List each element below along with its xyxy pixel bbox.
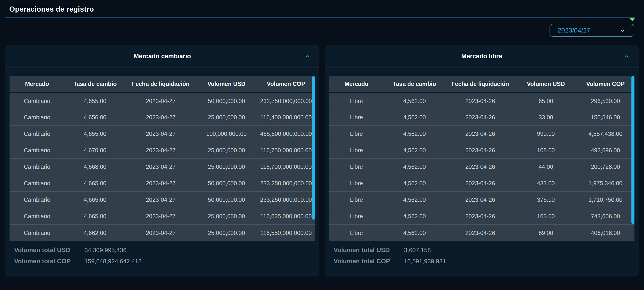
table-cell: 4,562.00	[384, 109, 445, 126]
table-cell: 465,500,000,000.00	[257, 126, 315, 142]
table-row: Cambiario4,670.002023-04-2725,000,000.00…	[10, 142, 315, 158]
total-cop-label: Volumen total COP	[334, 258, 404, 265]
operations-table-libre: MercadoTasa de cambioFecha de liquidació…	[329, 76, 634, 241]
section-divider	[5, 17, 635, 18]
table-cell: Libre	[329, 158, 384, 175]
table-scroll-area-libre[interactable]: MercadoTasa de cambioFecha de liquidació…	[329, 76, 634, 243]
page-title: Operaciones de registro	[0, 0, 644, 13]
table-cell: 4,665.00	[64, 192, 126, 208]
table-cell: 2023-04-26	[445, 126, 515, 142]
table-cell: Libre	[329, 142, 384, 158]
column-header: Tasa de cambio	[64, 76, 126, 93]
table-cell: Libre	[329, 192, 384, 208]
table-cell: 2023-04-26	[445, 225, 515, 241]
table-row: Libre4,562.002023-04-2689.00406,018.00	[329, 225, 634, 241]
table-cell: 406,018.00	[576, 225, 635, 241]
column-header: Tasa de cambio	[384, 76, 445, 93]
panel-mercado-libre: Mercado libre MercadoTasa de cambioFecha…	[325, 45, 639, 277]
table-row: Libre4,562.002023-04-26999.004,557,438.0…	[329, 126, 634, 142]
table-scroll-area-cambiario[interactable]: MercadoTasa de cambioFecha de liquidació…	[10, 76, 315, 243]
total-cop-line: Volumen total COP 159,648,924,642,418	[14, 258, 310, 265]
total-cop-value: 16,591,939,931	[404, 258, 446, 265]
table-cell: 4,655.00	[64, 93, 126, 109]
table-cell: 296,530.00	[576, 93, 635, 109]
table-cell: 2023-04-26	[445, 109, 515, 126]
table-cell: Libre	[329, 109, 384, 126]
column-header: Volumen USD	[515, 76, 576, 93]
column-header: Volumen COP	[576, 76, 635, 93]
panel-header-mercado-libre[interactable]: Mercado libre	[325, 45, 639, 68]
table-cell: 150,546.00	[576, 109, 635, 126]
panel-header-mercado-cambiario[interactable]: Mercado cambiario	[5, 45, 319, 68]
table-cell: 4,557,438.00	[576, 126, 635, 142]
panel-header-divider	[5, 68, 319, 68]
table-cell: Cambiario	[10, 93, 64, 109]
toolbar: 2023/04/27	[0, 18, 644, 37]
total-usd-line: Volumen total USD 3,607,158	[334, 247, 630, 254]
table-cell: 1,975,346.00	[576, 175, 635, 192]
column-header: Mercado	[10, 76, 64, 93]
table-cell: Cambiario	[10, 158, 64, 175]
date-selector[interactable]: 2023/04/27	[550, 24, 634, 37]
table-cell: 116,400,000,000.00	[257, 109, 315, 126]
table-cell: 4,562.00	[384, 126, 445, 142]
table-cell: 44.00	[515, 158, 576, 175]
table-cell: Cambiario	[10, 208, 64, 225]
panel-header-divider	[325, 68, 639, 68]
total-usd-label: Volumen total USD	[334, 247, 404, 254]
table-row: Cambiario4,656.002023-04-2725,000,000.00…	[10, 109, 315, 126]
table-row: Cambiario4,662.002023-04-2725,000,000.00…	[10, 225, 315, 241]
table-cell: Cambiario	[10, 126, 64, 142]
table-cell: 4,562.00	[384, 175, 445, 192]
table-cell: Cambiario	[10, 175, 64, 192]
table-cell: 4,656.00	[64, 109, 126, 126]
chevron-up-icon[interactable]	[304, 53, 310, 60]
table-cell: Cambiario	[10, 192, 64, 208]
table-row: Libre4,562.002023-04-2665.00296,530.00	[329, 93, 634, 109]
table-row: Cambiario4,655.002023-04-27100,000,000.0…	[10, 126, 315, 142]
table-cell: 2023-04-27	[126, 175, 196, 192]
table-cell: 4,562.00	[384, 93, 445, 109]
table-cell: 2023-04-26	[445, 208, 515, 225]
table-cell: 116,625,000,000.00	[257, 208, 315, 225]
table-cell: 4,670.00	[64, 142, 126, 158]
table-cell: 25,000,000.00	[196, 142, 257, 158]
table-cell: 2023-04-26	[445, 158, 515, 175]
table-cell: 433.00	[515, 175, 576, 192]
page-header: Operaciones de registro 2023/04/27	[0, 0, 644, 37]
table-row: Libre4,562.002023-04-26375.001,710,750.0…	[329, 192, 634, 208]
table-cell: 4,562.00	[384, 225, 445, 241]
panels-container: Mercado cambiario MercadoTasa de cambioF…	[5, 45, 639, 277]
table-cell: Libre	[329, 93, 384, 109]
table-cell: 2023-04-26	[445, 142, 515, 158]
scrollbar-thumb[interactable]	[632, 76, 634, 224]
table-cell: Libre	[329, 175, 384, 192]
chevron-up-icon[interactable]	[624, 53, 630, 60]
table-cell: Cambiario	[10, 142, 64, 158]
table-cell: 232,750,000,000.00	[257, 93, 315, 109]
totals-footer-cambiario: Volumen total USD 34,309,995,436 Volumen…	[10, 243, 315, 265]
table-row: Libre4,562.002023-04-26108.00492,696.00	[329, 142, 634, 158]
total-usd-value: 34,309,995,436	[84, 247, 126, 254]
table-cell: 4,665.00	[64, 208, 126, 225]
table-cell: 2023-04-27	[126, 192, 196, 208]
table-cell: 2023-04-26	[445, 93, 515, 109]
table-cell: 4,562.00	[384, 158, 445, 175]
chevron-down-icon	[620, 28, 626, 33]
table-cell: 4,668.00	[64, 158, 126, 175]
scrollbar-thumb[interactable]	[312, 76, 315, 220]
table-cell: 100,000,000.00	[196, 126, 257, 142]
table-cell: 116,550,000,000.00	[257, 225, 315, 241]
table-row: Cambiario4,665.002023-04-2725,000,000.00…	[10, 208, 315, 225]
table-cell: 4,662.00	[64, 225, 126, 241]
total-cop-line: Volumen total COP 16,591,939,931	[334, 258, 630, 265]
total-usd-line: Volumen total USD 34,309,995,436	[14, 247, 310, 254]
date-value: 2023/04/27	[558, 27, 590, 34]
table-cell: 2023-04-27	[126, 208, 196, 225]
panel-title: Mercado cambiario	[134, 53, 191, 60]
table-cell: 999.00	[515, 126, 576, 142]
table-row: Cambiario4,665.002023-04-2750,000,000.00…	[10, 175, 315, 192]
table-cell: 50,000,000.00	[196, 192, 257, 208]
column-header: Volumen USD	[196, 76, 257, 93]
table-cell: 4,562.00	[384, 192, 445, 208]
